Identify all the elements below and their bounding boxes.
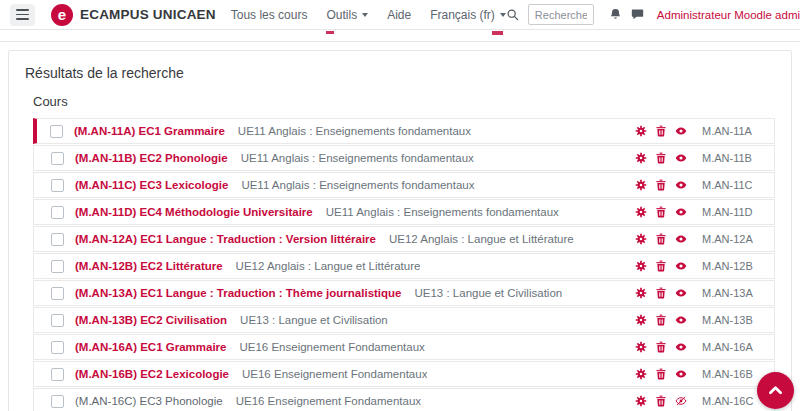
eye-icon [675,206,687,218]
hamburger-icon [16,9,29,11]
course-select-checkbox[interactable] [51,260,64,273]
gear-icon [635,125,647,137]
course-name-link[interactable]: (M.AN-13B) EC2 Civilisation [75,314,227,326]
course-name-link[interactable]: (M.AN-16B) EC2 Lexicologie [75,368,229,380]
course-name-link[interactable]: (M.AN-11A) EC1 Grammaire [74,125,225,137]
notifications-button[interactable] [609,8,622,21]
visibility-toggle-button[interactable] [675,125,687,137]
messages-button[interactable] [631,8,644,21]
course-category: UE11 Anglais : Enseignements fondamentau… [241,179,474,191]
settings-button[interactable] [635,260,647,272]
course-select-checkbox[interactable] [50,125,63,138]
delete-button[interactable] [655,368,667,380]
search-input[interactable] [528,4,594,25]
course-select-checkbox[interactable] [51,179,64,192]
course-select-checkbox[interactable] [51,287,64,300]
course-actions [635,341,687,353]
course-name-link[interactable]: (M.AN-11B) EC2 Phonologie [75,152,228,164]
user-name: Administrateur Moodle admin [657,9,800,21]
settings-button[interactable] [635,233,647,245]
delete-button[interactable] [655,125,667,137]
settings-button[interactable] [635,341,647,353]
delete-button[interactable] [655,179,667,191]
course-shortname: M.AN-12B [702,260,760,272]
trash-icon [655,287,667,299]
hamburger-menu-button[interactable] [10,4,35,26]
delete-button[interactable] [655,341,667,353]
course-actions [635,206,687,218]
eye-icon [675,287,687,299]
visibility-toggle-button[interactable] [675,395,687,407]
brand-name: ECAMPUS UNICAEN [80,7,216,22]
visibility-toggle-button[interactable] [675,368,687,380]
settings-button[interactable] [635,287,647,299]
course-category: UE16 Enseignement Fondamentaux [239,341,424,353]
course-select-checkbox[interactable] [51,233,64,246]
eye-slash-icon [675,395,687,407]
course-name-link[interactable]: (M.AN-16C) EC3 Phonologie [75,395,223,407]
trash-icon [655,368,667,380]
course-shortname: M.AN-11B [702,152,760,164]
trash-icon [655,395,667,407]
settings-button[interactable] [635,152,647,164]
course-category: UE11 Anglais : Enseignements fondamentau… [241,152,474,164]
settings-button[interactable] [635,179,647,191]
settings-button[interactable] [635,395,647,407]
course-name-link[interactable]: (M.AN-16A) EC1 Grammaire [75,341,226,353]
course-name-link[interactable]: (M.AN-12B) EC2 Littérature [75,260,223,272]
user-menu[interactable]: Administrateur Moodle admin m [657,5,800,25]
course-name-link[interactable]: (M.AN-13A) EC1 Langue : Traduction : Thè… [75,287,402,299]
visibility-toggle-button[interactable] [675,287,687,299]
course-select-checkbox[interactable] [51,395,64,408]
nav-tous-les-cours[interactable]: Tous les cours [231,8,308,22]
course-shortname: M.AN-13A [702,287,760,299]
course-select-checkbox[interactable] [51,206,64,219]
visibility-toggle-button[interactable] [675,314,687,326]
delete-button[interactable] [655,233,667,245]
settings-button[interactable] [635,206,647,218]
delete-button[interactable] [655,395,667,407]
course-shortname: M.AN-16C [702,395,760,407]
course-shortname: M.AN-11A [702,125,760,137]
course-shortname: M.AN-12A [702,233,760,245]
visibility-toggle-button[interactable] [675,152,687,164]
settings-button[interactable] [635,368,647,380]
delete-button[interactable] [655,314,667,326]
visibility-toggle-button[interactable] [675,341,687,353]
course-select-checkbox[interactable] [51,368,64,381]
course-shortname: M.AN-11C [702,179,760,191]
course-select-checkbox[interactable] [51,341,64,354]
nav-language[interactable]: Français (fr) [430,8,506,22]
delete-button[interactable] [655,287,667,299]
delete-button[interactable] [655,260,667,272]
course-actions [635,287,687,299]
scroll-to-top-button[interactable] [757,372,794,409]
visibility-toggle-button[interactable] [675,260,687,272]
course-name-link[interactable]: (M.AN-11D) EC4 Méthodologie Universitair… [75,206,313,218]
brand-logo[interactable]: e ECAMPUS UNICAEN [51,4,216,26]
eye-icon [675,368,687,380]
course-name-link[interactable]: (M.AN-12A) EC1 Langue : Traduction : Ver… [75,233,376,245]
course-shortname: M.AN-16A [702,341,760,353]
gear-icon [635,233,647,245]
visibility-toggle-button[interactable] [675,206,687,218]
course-name-link[interactable]: (M.AN-11C) EC3 Lexicologie [75,179,228,191]
course-row: (M.AN-16C) EC3 Phonologie UE16 Enseignem… [33,388,775,411]
course-row: (M.AN-11A) EC1 Grammaire UE11 Anglais : … [33,118,775,144]
nav-outils[interactable]: Outils [326,8,368,22]
chat-icon [631,8,644,21]
settings-button[interactable] [635,314,647,326]
eye-icon [675,125,687,137]
delete-button[interactable] [655,152,667,164]
visibility-toggle-button[interactable] [675,179,687,191]
delete-button[interactable] [655,206,667,218]
course-actions [635,395,687,407]
search-button[interactable] [506,8,519,21]
visibility-toggle-button[interactable] [675,233,687,245]
nav-aide[interactable]: Aide [387,8,411,22]
settings-button[interactable] [635,125,647,137]
course-select-checkbox[interactable] [51,152,64,165]
course-actions [635,260,687,272]
course-select-checkbox[interactable] [51,314,64,327]
course-category: UE13 : Langue et Civilisation [415,287,563,299]
